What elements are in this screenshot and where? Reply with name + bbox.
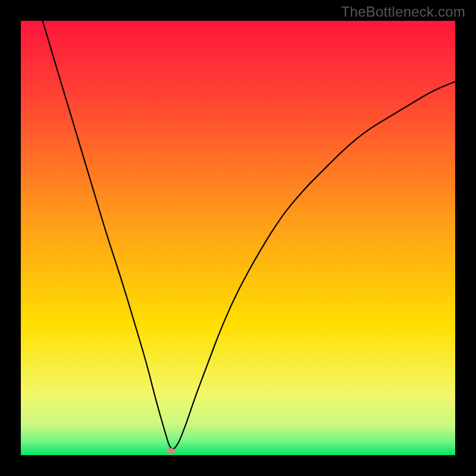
bottleneck-curve <box>21 21 455 455</box>
optimal-marker <box>167 448 175 454</box>
plot-area <box>21 21 455 455</box>
chart-frame: TheBottleneck.com <box>0 0 476 476</box>
site-watermark: TheBottleneck.com <box>341 4 465 20</box>
